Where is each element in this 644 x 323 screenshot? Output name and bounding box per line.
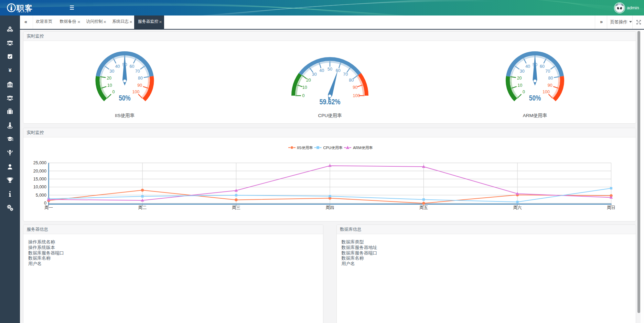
svg-text:10: 10 <box>517 83 522 88</box>
svg-text:周一: 周一 <box>44 205 53 210</box>
svg-text:20: 20 <box>517 76 522 81</box>
svg-text:周六: 周六 <box>513 205 522 210</box>
svg-text:25,000: 25,000 <box>33 160 46 165</box>
svg-text:10,000: 10,000 <box>33 185 46 189</box>
svg-text:100: 100 <box>353 93 360 98</box>
svg-text:30: 30 <box>312 72 317 77</box>
svg-text:ARM使用率: ARM使用率 <box>353 146 373 150</box>
svg-text:周三: 周三 <box>232 205 240 210</box>
svg-text:30: 30 <box>109 69 114 74</box>
svg-text:CPU使用率: CPU使用率 <box>323 146 343 150</box>
svg-text:50%: 50% <box>529 94 541 102</box>
svg-text:70: 70 <box>343 72 348 77</box>
svg-text:IIS使用率: IIS使用率 <box>115 113 135 118</box>
svg-text:70: 70 <box>545 69 550 74</box>
svg-text:50: 50 <box>328 67 332 72</box>
svg-text:周二: 周二 <box>138 205 147 210</box>
svg-text:15,000: 15,000 <box>33 177 46 181</box>
svg-text:70: 70 <box>135 69 140 74</box>
svg-text:5,000: 5,000 <box>36 193 46 198</box>
svg-text:20,000: 20,000 <box>33 169 46 174</box>
svg-text:周日: 周日 <box>607 205 615 210</box>
svg-text:60: 60 <box>336 68 341 73</box>
svg-text:90: 90 <box>353 85 357 90</box>
svg-text:30: 30 <box>520 69 525 74</box>
svg-text:20: 20 <box>107 76 111 81</box>
svg-text:20: 20 <box>306 78 311 83</box>
svg-text:IIS使用率: IIS使用率 <box>297 146 313 150</box>
svg-text:周四: 周四 <box>326 205 334 210</box>
svg-text:59.62%: 59.62% <box>320 97 341 106</box>
svg-text:40: 40 <box>525 64 530 69</box>
svg-text:100: 100 <box>543 90 550 94</box>
svg-text:60: 60 <box>129 64 134 69</box>
svg-text:80: 80 <box>349 78 354 83</box>
svg-text:周五: 周五 <box>419 205 428 210</box>
svg-text:¥: ¥ <box>8 67 11 73</box>
svg-text:50%: 50% <box>119 94 131 102</box>
svg-text:0: 0 <box>523 90 525 94</box>
svg-text:90: 90 <box>548 83 552 88</box>
svg-text:CPU使用率: CPU使用率 <box>318 113 342 118</box>
svg-text:40: 40 <box>319 68 324 73</box>
svg-text:40: 40 <box>115 64 120 69</box>
svg-text:100: 100 <box>132 90 140 94</box>
svg-text:ARM使用率: ARM使用率 <box>523 113 547 118</box>
svg-text:10: 10 <box>107 83 112 88</box>
svg-text:0: 0 <box>112 90 115 94</box>
svg-text:0: 0 <box>302 93 305 98</box>
svg-text:10: 10 <box>302 85 307 90</box>
svg-text:60: 60 <box>540 64 545 69</box>
svg-text:90: 90 <box>137 83 142 88</box>
svg-text:80: 80 <box>548 76 553 81</box>
svg-text:80: 80 <box>138 76 143 81</box>
